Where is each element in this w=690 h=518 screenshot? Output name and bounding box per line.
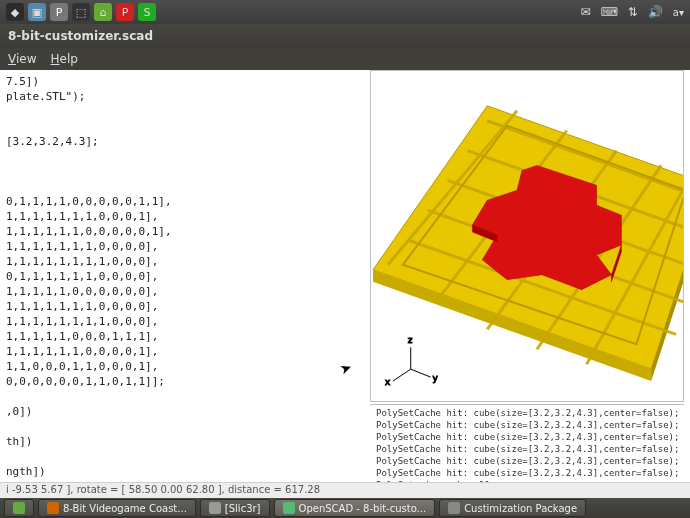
launcher-icon[interactable]: ▣: [28, 3, 46, 21]
svg-line-18: [411, 369, 431, 377]
status-text: i -9.53 5.67 ], rotate = [ 58.50 0.00 62…: [6, 484, 320, 495]
axis-x-label: x: [385, 377, 390, 387]
taskbar-button[interactable]: OpenSCAD - 8-bit-custo...: [274, 499, 436, 517]
axis-y-label: y: [433, 373, 439, 383]
menu-help[interactable]: Help: [50, 52, 77, 66]
client-area: 7.5]) plate.STL"); [3.2,3.2,4.3]; 0,1,1,…: [0, 70, 690, 498]
taskbar-app-icon: [13, 502, 25, 514]
taskbar-button[interactable]: Custimization Package: [439, 499, 586, 517]
taskbar-label: OpenSCAD - 8-bit-custo...: [299, 503, 427, 514]
panel-launchers: ◆ ▣ P ⬚ ⌂ P S: [6, 3, 156, 21]
svg-line-19: [393, 369, 411, 381]
launcher-icon[interactable]: ⌂: [94, 3, 112, 21]
taskbar-app-icon: [448, 502, 460, 514]
network-icon[interactable]: ⇅: [628, 5, 638, 19]
taskbar-app-icon: [209, 502, 221, 514]
desktop-taskbar: 8-Bit Videogame Coast...[Slic3r]OpenSCAD…: [0, 498, 690, 518]
launcher-icon[interactable]: ⬚: [72, 3, 90, 21]
taskbar-button[interactable]: [4, 499, 34, 517]
taskbar-button[interactable]: 8-Bit Videogame Coast...: [38, 499, 196, 517]
launcher-icon[interactable]: P: [50, 3, 68, 21]
taskbar-label: Custimization Package: [464, 503, 577, 514]
window-title: 8-bit-customizer.scad: [8, 29, 153, 43]
taskbar-app-icon: [47, 502, 59, 514]
menubar: View Help: [0, 48, 690, 70]
desktop-top-panel: ◆ ▣ P ⬚ ⌂ P S ✉ ⌨ ⇅ 🔊 a▾: [0, 0, 690, 24]
code-editor[interactable]: 7.5]) plate.STL"); [3.2,3.2,4.3]; 0,1,1,…: [0, 70, 360, 482]
3d-viewport[interactable]: z y x: [370, 70, 684, 402]
axis-z-label: z: [408, 335, 413, 345]
panel-system-tray: ✉ ⌨ ⇅ 🔊 a▾: [580, 5, 684, 19]
sound-icon[interactable]: 🔊: [648, 5, 663, 19]
mail-icon[interactable]: ✉: [580, 5, 590, 19]
taskbar-label: 8-Bit Videogame Coast...: [63, 503, 187, 514]
taskbar-button[interactable]: [Slic3r]: [200, 499, 270, 517]
taskbar-label: [Slic3r]: [225, 503, 261, 514]
console-output[interactable]: PolySetCache hit: cube(size=[3.2,3.2,4.3…: [370, 404, 684, 482]
launcher-icon[interactable]: ◆: [6, 3, 24, 21]
status-bar: i -9.53 5.67 ], rotate = [ 58.50 0.00 62…: [0, 482, 690, 498]
window-titlebar[interactable]: 8-bit-customizer.scad: [0, 24, 690, 48]
launcher-icon[interactable]: P: [116, 3, 134, 21]
keyboard-icon[interactable]: ⌨: [600, 5, 617, 19]
menu-view[interactable]: View: [8, 52, 36, 66]
taskbar-app-icon: [283, 502, 295, 514]
user-icon[interactable]: a▾: [673, 7, 684, 18]
launcher-icon[interactable]: S: [138, 3, 156, 21]
